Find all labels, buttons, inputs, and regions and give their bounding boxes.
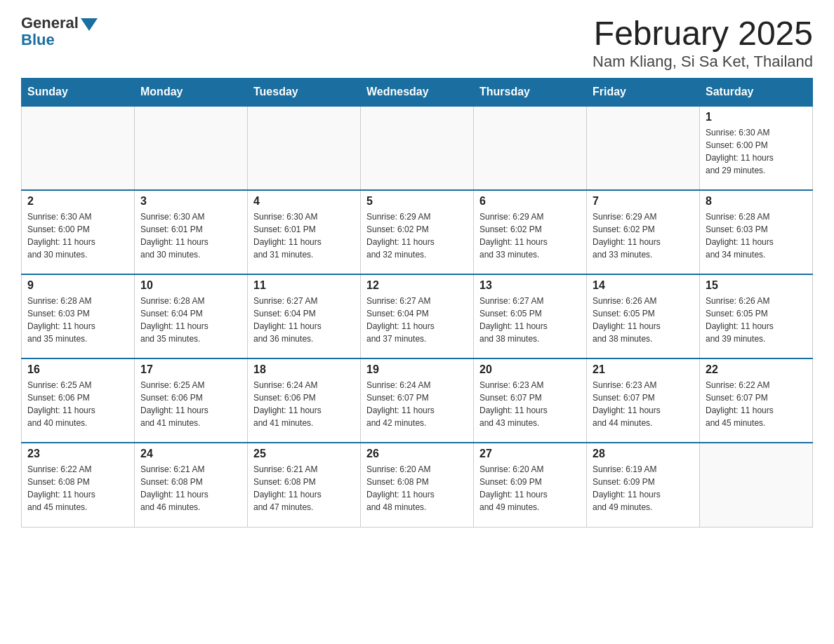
calendar-cell: 28Sunrise: 6:19 AMSunset: 6:09 PMDayligh… <box>587 443 700 527</box>
calendar-cell: 4Sunrise: 6:30 AMSunset: 6:01 PMDaylight… <box>248 190 361 274</box>
day-number: 5 <box>366 195 468 208</box>
day-info: Sunrise: 6:20 AMSunset: 6:08 PMDaylight:… <box>366 463 468 514</box>
title-section: February 2025 Nam Kliang, Si Sa Ket, Tha… <box>593 14 813 71</box>
day-info: Sunrise: 6:19 AMSunset: 6:09 PMDaylight:… <box>593 463 694 514</box>
day-info: Sunrise: 6:27 AMSunset: 6:04 PMDaylight:… <box>366 295 468 345</box>
day-number: 17 <box>140 363 241 376</box>
day-number: 24 <box>140 448 241 460</box>
day-info: Sunrise: 6:25 AMSunset: 6:06 PMDaylight:… <box>140 379 241 429</box>
calendar-cell: 14Sunrise: 6:26 AMSunset: 6:05 PMDayligh… <box>587 274 700 358</box>
day-number: 2 <box>27 195 128 208</box>
calendar-header-monday: Monday <box>135 79 248 107</box>
calendar-cell: 18Sunrise: 6:24 AMSunset: 6:06 PMDayligh… <box>248 358 361 443</box>
calendar-cell <box>474 106 587 190</box>
calendar-week-row: 9Sunrise: 6:28 AMSunset: 6:03 PMDaylight… <box>22 274 813 358</box>
logo-arrow-icon <box>81 18 98 31</box>
calendar-cell: 15Sunrise: 6:26 AMSunset: 6:05 PMDayligh… <box>700 274 813 358</box>
day-number: 6 <box>479 195 581 208</box>
calendar-cell: 26Sunrise: 6:20 AMSunset: 6:08 PMDayligh… <box>361 443 474 527</box>
day-number: 21 <box>593 363 694 376</box>
day-info: Sunrise: 6:23 AMSunset: 6:07 PMDaylight:… <box>593 379 694 429</box>
day-number: 4 <box>253 195 355 208</box>
calendar-cell <box>135 106 248 190</box>
calendar-cell: 8Sunrise: 6:28 AMSunset: 6:03 PMDaylight… <box>700 190 813 274</box>
day-number: 20 <box>479 363 581 376</box>
calendar-cell: 22Sunrise: 6:22 AMSunset: 6:07 PMDayligh… <box>700 358 813 443</box>
calendar-cell: 19Sunrise: 6:24 AMSunset: 6:07 PMDayligh… <box>361 358 474 443</box>
day-info: Sunrise: 6:28 AMSunset: 6:03 PMDaylight:… <box>706 210 807 261</box>
month-title: February 2025 <box>593 14 813 53</box>
calendar-cell: 1Sunrise: 6:30 AMSunset: 6:00 PMDaylight… <box>700 106 813 190</box>
day-number: 23 <box>27 448 128 460</box>
day-info: Sunrise: 6:26 AMSunset: 6:05 PMDaylight:… <box>593 295 694 345</box>
calendar-header-thursday: Thursday <box>474 79 587 107</box>
day-info: Sunrise: 6:21 AMSunset: 6:08 PMDaylight:… <box>140 463 241 514</box>
calendar-cell: 3Sunrise: 6:30 AMSunset: 6:01 PMDaylight… <box>135 190 248 274</box>
day-info: Sunrise: 6:22 AMSunset: 6:07 PMDaylight:… <box>706 379 807 429</box>
calendar-cell: 12Sunrise: 6:27 AMSunset: 6:04 PMDayligh… <box>361 274 474 358</box>
location: Nam Kliang, Si Sa Ket, Thailand <box>593 53 813 71</box>
day-info: Sunrise: 6:30 AMSunset: 6:00 PMDaylight:… <box>706 126 807 177</box>
calendar-header-saturday: Saturday <box>700 79 813 107</box>
calendar-header-wednesday: Wednesday <box>361 79 474 107</box>
day-number: 10 <box>140 279 241 292</box>
calendar-cell: 9Sunrise: 6:28 AMSunset: 6:03 PMDaylight… <box>22 274 135 358</box>
calendar-cell: 7Sunrise: 6:29 AMSunset: 6:02 PMDaylight… <box>587 190 700 274</box>
day-info: Sunrise: 6:22 AMSunset: 6:08 PMDaylight:… <box>27 463 128 514</box>
calendar-header-row: SundayMondayTuesdayWednesdayThursdayFrid… <box>22 79 813 107</box>
day-number: 27 <box>479 448 581 460</box>
day-info: Sunrise: 6:27 AMSunset: 6:05 PMDaylight:… <box>479 295 581 345</box>
calendar-cell: 16Sunrise: 6:25 AMSunset: 6:06 PMDayligh… <box>22 358 135 443</box>
calendar-cell: 5Sunrise: 6:29 AMSunset: 6:02 PMDaylight… <box>361 190 474 274</box>
calendar-cell: 21Sunrise: 6:23 AMSunset: 6:07 PMDayligh… <box>587 358 700 443</box>
day-info: Sunrise: 6:21 AMSunset: 6:08 PMDaylight:… <box>253 463 355 514</box>
calendar-header-friday: Friday <box>587 79 700 107</box>
day-info: Sunrise: 6:30 AMSunset: 6:01 PMDaylight:… <box>253 210 355 261</box>
calendar-week-row: 16Sunrise: 6:25 AMSunset: 6:06 PMDayligh… <box>22 358 813 443</box>
day-number: 22 <box>706 363 807 376</box>
day-info: Sunrise: 6:24 AMSunset: 6:07 PMDaylight:… <box>366 379 468 429</box>
calendar-table: SundayMondayTuesdayWednesdayThursdayFrid… <box>21 78 813 528</box>
calendar-cell: 25Sunrise: 6:21 AMSunset: 6:08 PMDayligh… <box>248 443 361 527</box>
calendar-cell: 6Sunrise: 6:29 AMSunset: 6:02 PMDaylight… <box>474 190 587 274</box>
page-header: General Blue February 2025 Nam Kliang, S… <box>21 14 813 71</box>
calendar-cell: 10Sunrise: 6:28 AMSunset: 6:04 PMDayligh… <box>135 274 248 358</box>
day-info: Sunrise: 6:29 AMSunset: 6:02 PMDaylight:… <box>593 210 694 261</box>
day-number: 8 <box>706 195 807 208</box>
day-info: Sunrise: 6:25 AMSunset: 6:06 PMDaylight:… <box>27 379 128 429</box>
calendar-cell: 24Sunrise: 6:21 AMSunset: 6:08 PMDayligh… <box>135 443 248 527</box>
calendar-header-sunday: Sunday <box>22 79 135 107</box>
day-info: Sunrise: 6:26 AMSunset: 6:05 PMDaylight:… <box>706 295 807 345</box>
calendar-week-row: 2Sunrise: 6:30 AMSunset: 6:00 PMDaylight… <box>22 190 813 274</box>
day-number: 3 <box>140 195 241 208</box>
calendar-header-tuesday: Tuesday <box>248 79 361 107</box>
calendar-cell: 20Sunrise: 6:23 AMSunset: 6:07 PMDayligh… <box>474 358 587 443</box>
day-number: 13 <box>479 279 581 292</box>
logo: General Blue <box>21 14 98 49</box>
calendar-cell <box>361 106 474 190</box>
day-number: 1 <box>706 111 807 123</box>
day-number: 19 <box>366 363 468 376</box>
day-number: 7 <box>593 195 694 208</box>
calendar-cell: 2Sunrise: 6:30 AMSunset: 6:00 PMDaylight… <box>22 190 135 274</box>
day-number: 26 <box>366 448 468 460</box>
day-number: 25 <box>253 448 355 460</box>
day-number: 14 <box>593 279 694 292</box>
calendar-cell <box>248 106 361 190</box>
calendar-cell: 27Sunrise: 6:20 AMSunset: 6:09 PMDayligh… <box>474 443 587 527</box>
calendar-week-row: 23Sunrise: 6:22 AMSunset: 6:08 PMDayligh… <box>22 443 813 527</box>
day-info: Sunrise: 6:29 AMSunset: 6:02 PMDaylight:… <box>479 210 581 261</box>
day-info: Sunrise: 6:30 AMSunset: 6:00 PMDaylight:… <box>27 210 128 261</box>
calendar-cell: 13Sunrise: 6:27 AMSunset: 6:05 PMDayligh… <box>474 274 587 358</box>
day-info: Sunrise: 6:30 AMSunset: 6:01 PMDaylight:… <box>140 210 241 261</box>
logo-general-text: General <box>21 14 79 32</box>
day-number: 15 <box>706 279 807 292</box>
calendar-cell: 11Sunrise: 6:27 AMSunset: 6:04 PMDayligh… <box>248 274 361 358</box>
day-number: 16 <box>27 363 128 376</box>
day-info: Sunrise: 6:20 AMSunset: 6:09 PMDaylight:… <box>479 463 581 514</box>
calendar-cell: 23Sunrise: 6:22 AMSunset: 6:08 PMDayligh… <box>22 443 135 527</box>
calendar-cell: 17Sunrise: 6:25 AMSunset: 6:06 PMDayligh… <box>135 358 248 443</box>
day-number: 12 <box>366 279 468 292</box>
logo-blue-text: Blue <box>21 31 55 49</box>
day-info: Sunrise: 6:27 AMSunset: 6:04 PMDaylight:… <box>253 295 355 345</box>
